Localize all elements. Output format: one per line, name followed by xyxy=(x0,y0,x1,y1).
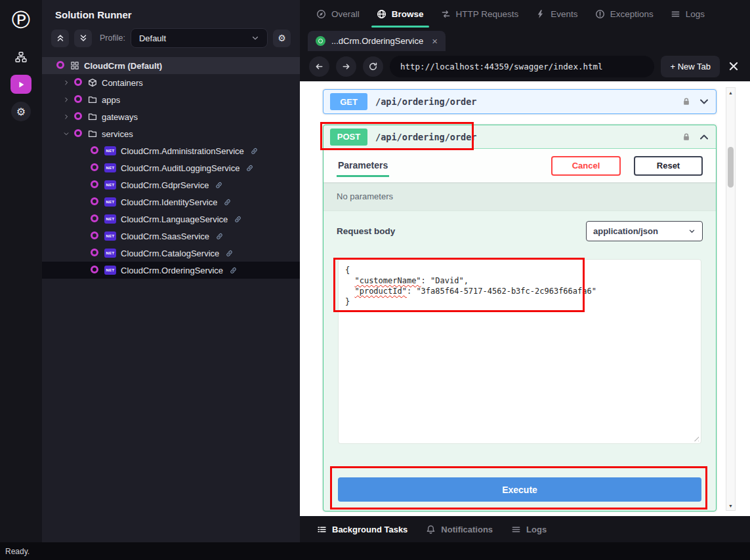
tab-http-requests[interactable]: HTTP Requests xyxy=(432,0,528,28)
forward-button[interactable] xyxy=(336,56,356,77)
ring-icon xyxy=(91,146,100,155)
tree-item-cloudcrm-administrationservice[interactable]: NETCloudCrm.AdministrationService xyxy=(42,142,300,159)
main-tabbar: OverallBrowseHTTP RequestsEventsExceptio… xyxy=(300,0,750,28)
reset-button[interactable]: Reset xyxy=(634,156,703,176)
tree-item-apps[interactable]: apps xyxy=(42,91,300,108)
tree-item-cloudcrm-orderingservice[interactable]: NETCloudCrm.OrderingService xyxy=(42,262,300,279)
browser-content: GET /api/ordering/order POST /api/orderi… xyxy=(300,81,750,516)
tab-label: Browse xyxy=(392,9,424,19)
profile-label: Profile: xyxy=(100,33,125,43)
tasks-icon xyxy=(317,525,327,534)
bottom-tab-background-tasks[interactable]: Background Tasks xyxy=(309,525,415,534)
scrollbar-thumb[interactable] xyxy=(728,147,734,188)
browser-tab-orderingservice[interactable]: ...dCrm.OrderingService × xyxy=(308,31,446,51)
json-body[interactable]: { "customerName": "David", "productId": … xyxy=(338,259,701,444)
new-tab-button[interactable]: + New Tab xyxy=(661,56,720,77)
run-nav-button[interactable] xyxy=(10,75,31,94)
panel-toolbar: Profile: Default ⚙ xyxy=(42,20,300,56)
tree-item-label: services xyxy=(102,129,133,139)
refresh-icon xyxy=(368,62,378,71)
tab-browse[interactable]: Browse xyxy=(368,0,432,28)
tab-close-icon[interactable]: × xyxy=(432,35,438,47)
collapse-all-button[interactable] xyxy=(51,30,69,47)
tree-item-cloudcrm-identityservice[interactable]: NETCloudCrm.IdentityService xyxy=(42,193,300,210)
scroll-up-icon[interactable]: ▲ xyxy=(726,88,735,97)
menu-icon xyxy=(671,9,680,19)
content-type-select[interactable]: application/json xyxy=(586,221,703,241)
code-line: } xyxy=(345,296,694,307)
dotnet-badge-icon: NET xyxy=(104,197,116,207)
execute-button[interactable]: Execute xyxy=(338,477,701,502)
lock-icon[interactable] xyxy=(682,132,691,142)
code-line: { xyxy=(345,265,694,275)
post-endpoint-path: /api/ordering/order xyxy=(375,132,476,142)
bottom-tab-logs[interactable]: Logs xyxy=(503,525,554,534)
tree-item-cloudcrm-catalogservice[interactable]: NETCloudCrm.CatalogService xyxy=(42,245,300,262)
dotnet-badge-icon: NET xyxy=(104,231,116,241)
double-chevron-up-icon xyxy=(56,33,65,43)
tree-item-label: gateways xyxy=(102,112,138,122)
ring-icon xyxy=(74,129,83,138)
url-bar[interactable]: http://localhost:44359/swagger/index.htm… xyxy=(390,56,654,77)
tab-label: HTTP Requests xyxy=(456,9,519,19)
tree-item-label: CloudCrm.SaasService xyxy=(121,231,209,241)
expand-all-button[interactable] xyxy=(74,30,92,47)
tree-item-label: CloudCrm.IdentityService xyxy=(121,197,217,207)
tree-item-cloudcrm-saasservice[interactable]: NETCloudCrm.SaasService xyxy=(42,228,300,245)
tree-item-cloudcrm-gdprservice[interactable]: NETCloudCrm.GdprService xyxy=(42,176,300,193)
play-icon xyxy=(16,80,26,89)
tree-item-cloudcrm-languageservice[interactable]: NETCloudCrm.LanguageService xyxy=(42,210,300,228)
ring-icon xyxy=(74,95,83,104)
tree-item-label: CloudCrm.OrderingService xyxy=(121,266,223,275)
bell-icon xyxy=(426,525,436,534)
get-endpoint-row[interactable]: GET /api/ordering/order xyxy=(323,89,717,114)
tree-item-label: CloudCrm.LanguageService xyxy=(121,214,228,224)
tab-events[interactable]: Events xyxy=(527,0,586,28)
compass-icon xyxy=(316,9,326,19)
chevron-down-icon xyxy=(251,34,259,42)
post-endpoint-row[interactable]: POST /api/ordering/order xyxy=(323,125,716,149)
chevron-down-icon xyxy=(63,130,70,137)
profile-settings-button[interactable]: ⚙ xyxy=(273,30,291,47)
tree-item-label: CloudCrm.AuditLoggingService xyxy=(121,163,240,173)
lock-icon[interactable] xyxy=(682,97,691,106)
dotnet-badge-icon: NET xyxy=(104,163,116,172)
ring-icon xyxy=(91,197,100,207)
gear-icon: ⚙ xyxy=(16,106,26,118)
ring-icon xyxy=(74,78,83,87)
tree-item-cloudcrm-auditloggingservice[interactable]: NETCloudCrm.AuditLoggingService xyxy=(42,159,300,176)
bottom-tab-notifications[interactable]: Notifications xyxy=(418,525,501,534)
ring-icon xyxy=(91,249,100,258)
refresh-button[interactable] xyxy=(363,56,383,77)
tab-exceptions[interactable]: Exceptions xyxy=(587,0,662,28)
bottom-tab-label: Notifications xyxy=(441,525,493,534)
tree-item-containers[interactable]: Containers xyxy=(42,74,300,91)
chevron-down-icon[interactable] xyxy=(699,96,709,107)
tree-item-services[interactable]: services xyxy=(42,125,300,142)
profile-select[interactable]: Default xyxy=(131,28,268,48)
link-icon xyxy=(229,266,238,275)
bolt-icon xyxy=(535,9,545,19)
dotnet-badge-icon: NET xyxy=(104,249,116,258)
activity-rail: ℗ ⚙ xyxy=(0,0,42,542)
browser-tab-label: ...dCrm.OrderingService xyxy=(331,36,426,46)
browser-navbar: http://localhost:44359/swagger/index.htm… xyxy=(300,51,750,81)
post-endpoint-block: POST /api/ordering/order Parameters xyxy=(323,125,717,511)
hierarchy-nav-button[interactable] xyxy=(10,47,32,67)
bottom-tab-label: Background Tasks xyxy=(332,525,407,534)
content-scrollbar[interactable]: ▲ ▼ xyxy=(726,87,736,511)
settings-nav-button[interactable]: ⚙ xyxy=(11,102,31,121)
chevron-up-icon[interactable] xyxy=(699,132,709,142)
tree-item-gateways[interactable]: gateways xyxy=(42,108,300,125)
close-pane-icon[interactable] xyxy=(728,60,740,72)
tree-item-cloudcrm-default[interactable]: CloudCrm (Default) xyxy=(42,57,300,74)
tab-logs[interactable]: Logs xyxy=(662,0,713,28)
tab-overall[interactable]: Overall xyxy=(308,0,368,28)
scroll-down-icon[interactable]: ▼ xyxy=(726,501,735,510)
cancel-button[interactable]: Cancel xyxy=(551,156,621,176)
app-window: ℗ ⚙ Solution Runner xyxy=(0,0,750,560)
link-icon xyxy=(215,181,223,190)
back-button[interactable] xyxy=(309,56,329,77)
link-icon xyxy=(234,215,242,224)
tree-item-label: Containers xyxy=(102,78,143,88)
